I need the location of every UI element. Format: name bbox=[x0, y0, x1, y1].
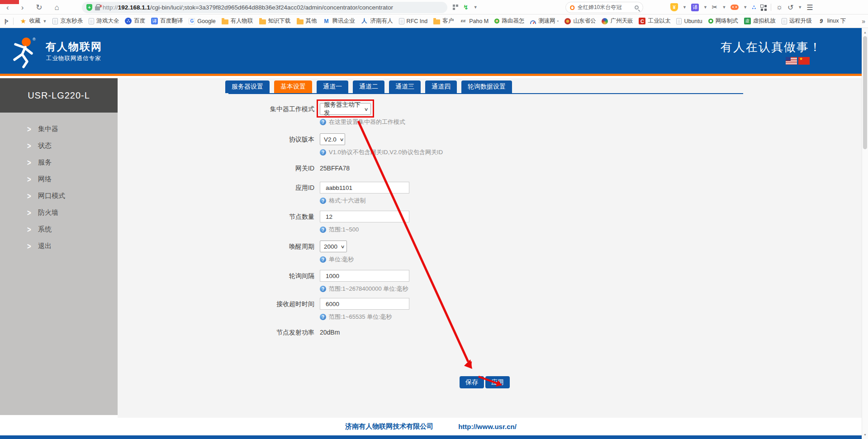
bookmark-item[interactable]: Paho M bbox=[460, 18, 489, 25]
settings-tabs: 服务器设置基本设置通道一通道二通道三通道四轮询数据设置 bbox=[225, 80, 512, 93]
brand-slogan: 工业物联网通信专家 bbox=[46, 55, 101, 62]
games-icon[interactable] bbox=[730, 5, 739, 10]
google-icon bbox=[189, 18, 195, 24]
site-header: ® 有人物联网 工业物联网通信专家 有人在认真做事！ bbox=[0, 28, 862, 76]
address-bar[interactable]: + http://192.168.1.1/cgi-bin/luci/;stok=… bbox=[82, 2, 447, 13]
form-row-node-count: 节点数量 ?范围:1~500 bbox=[0, 211, 409, 234]
company-name: 济南有人物联网技术有限公司 bbox=[345, 422, 433, 431]
bookmark-item[interactable]: Ubuntu bbox=[676, 18, 702, 24]
person-icon bbox=[361, 18, 368, 25]
chevron-down-icon[interactable]: ▼ bbox=[722, 5, 726, 9]
apps-grid-icon[interactable] bbox=[760, 5, 766, 10]
bookmark-item[interactable]: Google bbox=[189, 18, 215, 24]
screenshot-scissors-icon[interactable]: ✂ bbox=[712, 3, 718, 11]
tab-4[interactable]: 通道三 bbox=[389, 80, 421, 93]
badge-icon bbox=[564, 18, 571, 24]
bookmark-item[interactable]: 济南有人 bbox=[361, 17, 393, 25]
app-id-input[interactable] bbox=[320, 182, 409, 194]
bookmark-item[interactable]: 百度翻译 bbox=[151, 17, 183, 25]
field-label: 唤醒周期 bbox=[0, 241, 314, 264]
translate-icon[interactable]: 译 bbox=[691, 4, 699, 11]
tab-0[interactable]: 服务器设置 bbox=[225, 80, 270, 93]
reload-icon[interactable]: ↻ bbox=[36, 4, 42, 11]
bookmarks-overflow-chevron[interactable]: » bbox=[862, 18, 865, 25]
undo-history-icon[interactable]: ↺ bbox=[787, 3, 793, 12]
bookmark-item[interactable]: 客户 bbox=[433, 17, 454, 25]
tab-5[interactable]: 通道四 bbox=[425, 80, 457, 93]
search-icon[interactable] bbox=[635, 5, 639, 9]
site-safety-shield-icon[interactable]: + bbox=[86, 4, 92, 11]
bookmark-item[interactable]: 腾讯企业 bbox=[323, 17, 355, 25]
bookmark-item[interactable]: 百度 bbox=[125, 17, 145, 25]
bookmark-item[interactable]: 山东省公 bbox=[564, 17, 596, 25]
apply-button[interactable]: 应用 bbox=[485, 376, 510, 388]
bookmark-item[interactable]: 路由器怎 bbox=[494, 17, 524, 25]
tab-6[interactable]: 轮询数据设置 bbox=[461, 80, 512, 93]
svg-text:®: ® bbox=[33, 37, 36, 42]
bookmark-item[interactable]: 工业以太 bbox=[639, 17, 670, 25]
bookmark-item[interactable]: 游戏大全 bbox=[89, 17, 119, 25]
search-engine-icon[interactable]: O bbox=[570, 5, 575, 11]
bookmark-item[interactable]: RFC Ind bbox=[399, 18, 428, 24]
us-flag-icon[interactable] bbox=[786, 57, 797, 65]
wallet-shield-icon[interactable]: ¥ bbox=[670, 3, 678, 11]
bookmark-item[interactable]: 其他 bbox=[297, 17, 317, 25]
chevron-down-icon: ▼ bbox=[43, 19, 47, 24]
chevron-down-icon[interactable]: ▼ bbox=[683, 5, 687, 9]
save-button[interactable]: 保存 bbox=[460, 376, 484, 388]
bookmark-item[interactable]: linux 下 bbox=[818, 17, 846, 25]
rx-timeout-input[interactable] bbox=[320, 298, 409, 310]
greeno-icon bbox=[708, 19, 713, 24]
usr-logo: ® bbox=[10, 36, 39, 69]
bookmarks-list: 京东秒杀 游戏大全 百度 百度翻译 Google 有人物联 知识下载 其他 腾讯… bbox=[52, 17, 846, 25]
page-scrollbar[interactable]: ▲ ▼ bbox=[862, 28, 868, 439]
node-count-input[interactable] bbox=[320, 211, 409, 222]
divider bbox=[771, 4, 771, 11]
work-mode-select[interactable]: 服务器主动下发 ∨ bbox=[320, 103, 371, 115]
chevron-down-icon[interactable]: ▼ bbox=[474, 5, 478, 9]
tab-3[interactable]: 通道二 bbox=[353, 80, 384, 93]
bookmarks-panel-icon[interactable]: |> bbox=[5, 18, 7, 24]
field-label: 集中器工作模式 bbox=[0, 103, 314, 126]
tencent-icon bbox=[323, 18, 330, 25]
bookmark-item[interactable]: 有人物联 bbox=[222, 17, 253, 25]
back-icon[interactable]: ‹ bbox=[6, 4, 9, 11]
paw-extension-icon[interactable]: ∴ bbox=[752, 4, 756, 11]
bookmark-item[interactable]: 广州天嵌 bbox=[602, 17, 633, 25]
search-suggestion-text[interactable]: 全红婵10米台夺冠 bbox=[578, 4, 632, 11]
scroll-up-icon[interactable]: ▲ bbox=[862, 29, 868, 36]
qr-code-icon[interactable] bbox=[453, 5, 458, 10]
tab-1[interactable]: 基本设置 bbox=[274, 80, 312, 93]
poll-interval-input[interactable] bbox=[320, 270, 409, 282]
baidu-icon bbox=[125, 18, 132, 24]
search-box[interactable]: O 全红婵10米台夺冠 bbox=[565, 2, 643, 13]
bookmark-item[interactable]: 远程升级 bbox=[782, 17, 812, 25]
chevron-down-icon[interactable]: ▼ bbox=[798, 5, 802, 9]
home-icon[interactable]: ⌂ bbox=[55, 4, 59, 11]
scroll-down-icon[interactable]: ▼ bbox=[862, 431, 868, 438]
wake-period-select[interactable]: 2000 ∨ bbox=[320, 241, 347, 252]
bookmark-item[interactable]: 知识下载 bbox=[259, 17, 291, 25]
menu-icon[interactable]: ☰ bbox=[806, 3, 813, 12]
bookmark-item[interactable]: 网络制式 bbox=[708, 17, 738, 25]
protocol-version-select[interactable]: V2.0 ∨ bbox=[320, 133, 345, 145]
brightness-icon[interactable]: ☼ bbox=[776, 3, 783, 12]
website-link[interactable]: http://www.usr.cn/ bbox=[458, 423, 517, 430]
brand-name: 有人物联网 bbox=[46, 40, 102, 54]
scrollbar-thumb[interactable] bbox=[863, 36, 867, 149]
bookmark-item[interactable]: 测速网 - bbox=[530, 17, 559, 25]
help-icon: ? bbox=[320, 119, 326, 125]
bookmark-item[interactable]: 京东秒杀 bbox=[52, 17, 83, 25]
favorites-menu[interactable]: 收藏 ▼ bbox=[19, 17, 47, 25]
bookmark-item[interactable]: 虚拟机故 bbox=[744, 17, 776, 25]
forward-icon[interactable]: › bbox=[21, 4, 24, 11]
chevron-down-icon[interactable]: ▼ bbox=[743, 5, 747, 9]
speed-boost-icon[interactable]: ↯ bbox=[463, 4, 469, 11]
field-label: 节点发射功率 bbox=[0, 326, 314, 338]
china-flag-icon[interactable] bbox=[798, 57, 810, 65]
chevron-down-icon[interactable]: ▼ bbox=[703, 5, 707, 9]
sidebar: > 集中器 > 状态 > 服务 > 网络 > 网口模式 > 防火墙 > 系统 >… bbox=[0, 113, 118, 415]
form-row-tx-power: 节点发射功率 20dBm bbox=[0, 326, 340, 338]
tab-2[interactable]: 通道一 bbox=[317, 80, 348, 93]
chevron-down-icon: ∨ bbox=[341, 244, 345, 249]
